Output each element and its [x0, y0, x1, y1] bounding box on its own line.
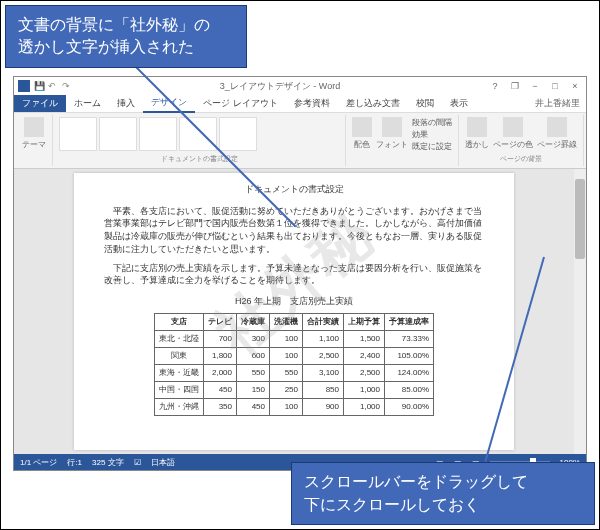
ribbon-display-icon[interactable]: ❐ — [508, 81, 522, 91]
style-set-item[interactable] — [219, 117, 257, 151]
word-application-window: 💾 ↶ ↷ 3_レイアウトデザイン - Word ? ❐ − □ × ファイル … — [13, 76, 587, 471]
table-row[interactable]: 東北・北陸 700 300 100 1,100 1,500 73.33% — [155, 330, 434, 347]
title-bar: 💾 ↶ ↷ 3_レイアウトデザイン - Word ? ❐ − □ × — [14, 77, 586, 95]
cell-rate: 90.00% — [385, 398, 434, 415]
help-icon[interactable]: ? — [488, 81, 502, 91]
style-set-item[interactable] — [139, 117, 177, 151]
cell-tv: 450 — [204, 381, 237, 398]
user-name[interactable]: 井上香緒里 — [535, 97, 586, 110]
cell-tv: 700 — [204, 330, 237, 347]
cell-rate: 73.33% — [385, 330, 434, 347]
cell-tv: 2,000 — [204, 364, 237, 381]
cell-budget: 1,000 — [344, 398, 385, 415]
th-total: 合計実績 — [303, 313, 344, 330]
group-label: ページの背景 — [465, 154, 577, 164]
status-language[interactable]: 日本語 — [151, 457, 175, 468]
page-color-icon — [503, 117, 523, 137]
cell-rate: 105.00% — [385, 347, 434, 364]
cell-total: 850 — [303, 381, 344, 398]
group-page-background: 透かし ページの色 ページ罫線 ページの背景 — [459, 115, 584, 166]
ribbon-design: テーマ ドキュメントの書式設定 配色 フォント 段落の間隔 効果 既定に設定 — [14, 113, 586, 169]
redo-icon[interactable]: ↷ — [62, 81, 72, 91]
cell-budget: 2,500 — [344, 364, 385, 381]
fonts-button[interactable]: フォント — [376, 117, 408, 152]
cell-branch: 東海・近畿 — [155, 364, 204, 381]
tab-page-layout[interactable]: ページ レイアウト — [195, 95, 286, 112]
cell-fridge: 450 — [237, 398, 270, 415]
status-word-count[interactable]: 325 文字 — [92, 457, 124, 468]
tab-home[interactable]: ホーム — [66, 95, 109, 112]
document-title: 3_レイアウトデザイン - Word — [72, 80, 488, 93]
cell-total: 2,500 — [303, 347, 344, 364]
watermark-button[interactable]: 透かし — [465, 117, 489, 150]
cell-rate: 85.00% — [385, 381, 434, 398]
tab-insert[interactable]: 挿入 — [109, 95, 143, 112]
fonts-label: フォント — [376, 139, 408, 150]
group-document-formatting: ドキュメントの書式設定 — [53, 115, 346, 166]
page-header: ドキュメントの書式設定 — [104, 183, 484, 197]
effects-button[interactable]: 効果 — [412, 129, 452, 140]
cell-washer: 100 — [270, 398, 303, 415]
table-row[interactable]: 中国・四国 450 150 250 850 1,000 85.00% — [155, 381, 434, 398]
close-button[interactable]: × — [568, 81, 582, 91]
th-tv: テレビ — [204, 313, 237, 330]
fonts-icon — [382, 117, 402, 137]
tab-references[interactable]: 参考資料 — [286, 95, 338, 112]
vertical-scrollbar[interactable] — [574, 169, 586, 454]
undo-icon[interactable]: ↶ — [48, 81, 58, 91]
th-budget: 上期予算 — [344, 313, 385, 330]
cell-washer: 550 — [270, 364, 303, 381]
table-row[interactable]: 九州・沖縄 350 450 100 900 1,000 90.00% — [155, 398, 434, 415]
cell-total: 1,100 — [303, 330, 344, 347]
cell-branch: 関東 — [155, 347, 204, 364]
watermark-label: 透かし — [465, 139, 489, 150]
minimize-button[interactable]: − — [528, 81, 542, 91]
style-set-item[interactable] — [179, 117, 217, 151]
scrollbar-thumb[interactable] — [575, 179, 585, 259]
sales-table[interactable]: 支店 テレビ 冷蔵庫 洗濯機 合計実績 上期予算 予算達成率 東北・北陸 700… — [154, 313, 434, 416]
table-row[interactable]: 東海・近畿 2,000 550 550 3,100 2,500 124.00% — [155, 364, 434, 381]
page-borders-icon — [547, 117, 567, 137]
tab-mailings[interactable]: 差し込み文書 — [338, 95, 408, 112]
annotation-text: スクロールバーをドラッグして下にスクロールしておく — [304, 473, 528, 512]
tab-view[interactable]: 表示 — [442, 95, 476, 112]
tab-design[interactable]: デザイン — [143, 94, 195, 113]
colors-button[interactable]: 配色 — [352, 117, 372, 152]
style-set-item[interactable] — [59, 117, 97, 151]
document-page[interactable]: 社外秘 ドキュメントの書式設定 平素、各支店において、販促活動に努めていただきあ… — [74, 173, 514, 450]
cell-fridge: 150 — [237, 381, 270, 398]
annotation-watermark-inserted: 文書の背景に「社外秘」の透かし文字が挿入された — [5, 5, 247, 68]
page-borders-button[interactable]: ページ罫線 — [537, 117, 577, 150]
table-header-row: 支店 テレビ 冷蔵庫 洗濯機 合計実績 上期予算 予算達成率 — [155, 313, 434, 330]
set-default-button[interactable]: 既定に設定 — [412, 141, 452, 152]
cell-total: 3,100 — [303, 364, 344, 381]
style-set-item[interactable] — [99, 117, 137, 151]
maximize-button[interactable]: □ — [548, 81, 562, 91]
paragraph-1[interactable]: 平素、各支店において、販促活動に努めていただきありがとうございます。おかげさまで… — [104, 205, 484, 256]
cell-tv: 1,800 — [204, 347, 237, 364]
window-controls: ? ❐ − □ × — [488, 81, 582, 91]
paragraph-2[interactable]: 下記に支店別の売上実績を示します。予算未達となった支店は要因分析を行い、販促施策… — [104, 262, 484, 288]
status-proofing[interactable]: ☑ — [134, 458, 141, 467]
cell-washer: 250 — [270, 381, 303, 398]
group-themes: テーマ — [16, 115, 53, 166]
tab-file[interactable]: ファイル — [14, 95, 66, 112]
page-color-button[interactable]: ページの色 — [493, 117, 533, 150]
table-row[interactable]: 関東 1,800 600 100 2,500 2,400 105.00% — [155, 347, 434, 364]
quick-access-toolbar: 💾 ↶ ↷ — [34, 81, 72, 91]
th-rate: 予算達成率 — [385, 313, 434, 330]
tab-review[interactable]: 校閲 — [408, 95, 442, 112]
save-icon[interactable]: 💾 — [34, 81, 44, 91]
themes-button[interactable]: テーマ — [22, 117, 46, 150]
paragraph-spacing-button[interactable]: 段落の間隔 — [412, 117, 452, 128]
cell-branch: 中国・四国 — [155, 381, 204, 398]
themes-label: テーマ — [22, 139, 46, 150]
th-washer: 洗濯機 — [270, 313, 303, 330]
status-line[interactable]: 行:1 — [67, 457, 82, 468]
cell-budget: 2,400 — [344, 347, 385, 364]
style-set-gallery[interactable] — [59, 117, 339, 154]
cell-tv: 350 — [204, 398, 237, 415]
cell-budget: 1,500 — [344, 330, 385, 347]
cell-washer: 100 — [270, 330, 303, 347]
status-page[interactable]: 1/1 ページ — [20, 457, 57, 468]
